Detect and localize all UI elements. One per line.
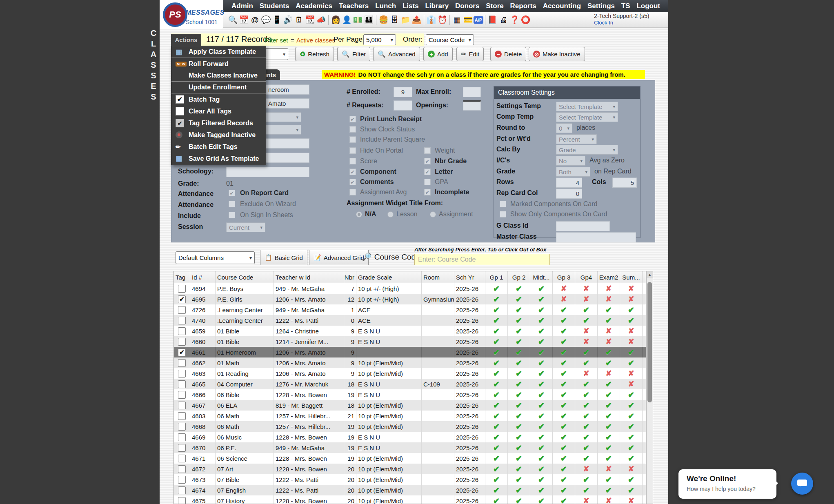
email-at-icon[interactable]: @: [249, 14, 260, 26]
column-header-exam2[interactable]: Exam2: [598, 271, 620, 283]
course-code-search-input[interactable]: Enter: Course Code: [414, 254, 550, 265]
card-icon[interactable]: 💳: [463, 14, 474, 26]
menu-item-make-classes-inactive[interactable]: Make Classes Inactive: [171, 70, 266, 82]
n-a-radio[interactable]: [356, 211, 362, 218]
menu-item-update-enrollment[interactable]: Update Enrollment: [171, 82, 266, 93]
table-icon[interactable]: ▦: [451, 14, 463, 26]
calendar-icon[interactable]: 📆: [305, 14, 316, 26]
help-icon[interactable]: ❓: [509, 14, 520, 26]
per-page-select[interactable]: 5,000▾: [363, 34, 396, 45]
table-row[interactable]: 466706 ELA819 - Mr. Baggett1810 pt (Elem…: [174, 400, 646, 411]
search-icon[interactable]: 🔍: [227, 14, 238, 26]
student-icon[interactable]: 👤: [341, 14, 352, 26]
alert-icon[interactable]: ⭕: [520, 14, 531, 26]
scrollbar-thumb[interactable]: [647, 282, 652, 402]
column-header-gp-1[interactable]: Gp 1: [485, 271, 508, 283]
requests-input[interactable]: [394, 100, 412, 111]
row-tag-checkbox[interactable]: [178, 317, 186, 324]
nav-item-admin[interactable]: Admin: [229, 2, 256, 10]
column-header-tag[interactable]: Tag: [174, 271, 190, 283]
nbr-grade-checkbox[interactable]: ✔: [424, 158, 431, 164]
row-tag-checkbox[interactable]: [178, 433, 186, 441]
menu-item-tag-filtered-records[interactable]: ✔Tag Filtered Records: [171, 117, 266, 129]
nav-item-students[interactable]: Students: [257, 2, 292, 10]
row-tag-checkbox[interactable]: [178, 338, 186, 346]
nav-item-library[interactable]: Library: [423, 2, 451, 10]
nav-item-donors[interactable]: Donors: [453, 2, 482, 10]
grid-scrollbar[interactable]: ▲: [646, 271, 653, 504]
row-tag-checkbox[interactable]: [178, 285, 186, 293]
table-row[interactable]: 466001 Bible1214 - Jennifer M...9E S N U…: [174, 336, 646, 347]
advanced-grid-button[interactable]: 📝 Advanced Grid: [309, 250, 369, 265]
advanced-button[interactable]: 🔍Advanced: [373, 47, 420, 61]
batch-tag-checkbox[interactable]: ✔: [176, 95, 184, 104]
table-row[interactable]: 465901 Bible1264 - Christine9E S N U2025…: [174, 326, 646, 336]
row-tag-checkbox[interactable]: [178, 476, 186, 484]
money-icon[interactable]: 💵: [352, 14, 363, 26]
kiosk-icon[interactable]: 🗄: [389, 14, 400, 26]
assignment-avg-checkbox[interactable]: [349, 189, 356, 195]
delete-button[interactable]: −Delete: [490, 47, 526, 61]
grade-select[interactable]: Both▾: [556, 167, 590, 177]
folder-icon[interactable]: 📁: [400, 14, 411, 26]
column-header-sch-yr[interactable]: Sch Yr: [454, 271, 485, 283]
table-row[interactable]: 466201 Math1206 - Mrs. Amato910 pt (Elem…: [174, 357, 646, 368]
row-tag-checkbox[interactable]: [178, 412, 186, 420]
include-parent-square-checkbox[interactable]: [349, 136, 356, 143]
refresh-button[interactable]: ♻Refresh: [295, 47, 334, 61]
master-class-input[interactable]: [556, 232, 636, 242]
chat-icon[interactable]: 💬: [260, 14, 271, 26]
row-tag-checkbox[interactable]: [178, 497, 186, 504]
add-button[interactable]: +Add: [423, 47, 453, 61]
pdf-icon[interactable]: 📕: [487, 14, 498, 26]
columns-select[interactable]: Default Columns▾: [176, 251, 255, 264]
table-row[interactable]: 466806 Math1257 - Mrs. Hillebr...1910 pt…: [174, 421, 646, 432]
lesson-radio[interactable]: [387, 211, 394, 218]
menu-item-roll-forward[interactable]: NEWRoll Forward: [171, 58, 266, 70]
score-checkbox[interactable]: [349, 158, 356, 164]
table-row[interactable]: 467207 Art1228 - Mrs. Bowen2010 pt (Elem…: [174, 464, 646, 474]
assignment-radio[interactable]: [430, 211, 436, 218]
register-icon[interactable]: 🖨: [498, 14, 509, 26]
print-lunch-receipt-checkbox[interactable]: ✔: [349, 116, 356, 122]
grid-calendar-icon[interactable]: 📅: [238, 14, 249, 26]
incomplete-checkbox[interactable]: ✔: [424, 189, 431, 195]
table-row[interactable]: 466606 Bible1228 - Mrs. Bowen19E S N U20…: [174, 389, 646, 400]
comp-temp-select[interactable]: Select Template▾: [556, 112, 618, 122]
table-row[interactable]: 460306 Math1257 - Mrs. Hillebr...2110 pt…: [174, 411, 646, 421]
table-row[interactable]: 466504 Computer1276 - Mr. Marchuk18E S N…: [174, 379, 646, 389]
menu-item-batch-tag[interactable]: ✔Batch Tag: [171, 93, 266, 105]
row-tag-checkbox[interactable]: [178, 391, 186, 399]
table-row[interactable]: ✔466101 Homeroom1206 - Mrs. Amato92025-2…: [174, 347, 646, 357]
menu-item-clear-all-tags[interactable]: Clear All Tags: [171, 105, 266, 117]
column-header-grade-scale[interactable]: Grade Scale: [356, 271, 422, 283]
exclude-on-wizard-checkbox[interactable]: [229, 201, 235, 207]
table-row[interactable]: 4726.Learning Center949 - Mr. McGaha1ACE…: [174, 304, 646, 315]
column-header-gp-2[interactable]: Gp 2: [508, 271, 530, 283]
table-row[interactable]: 467407 English1222 - Ms. Patti2010 pt (E…: [174, 485, 646, 495]
letter-checkbox[interactable]: ✔: [424, 169, 431, 175]
marked-components-on-card-checkbox[interactable]: [500, 201, 506, 207]
row-tag-checkbox[interactable]: [178, 327, 186, 335]
nav-item-reports[interactable]: Reports: [508, 2, 539, 10]
megaphone-icon[interactable]: 📣: [316, 14, 327, 26]
staff-icon[interactable]: 👔: [426, 14, 437, 26]
on-sign-in-sheets-checkbox[interactable]: [229, 212, 235, 218]
on-report-card-checkbox[interactable]: ✔: [229, 190, 235, 196]
max-enroll-input[interactable]: [463, 87, 481, 97]
nav-item-lunch[interactable]: Lunch: [373, 2, 398, 10]
column-header-gp4[interactable]: Gp4: [575, 271, 598, 283]
row-tag-checkbox[interactable]: [178, 444, 186, 452]
table-row[interactable]: 4694P.E. Boys949 - Mr. McGaha710 pt +/- …: [174, 283, 646, 294]
pct-or-wt-d-select[interactable]: Percent▾: [556, 134, 597, 144]
nav-item-lists[interactable]: Lists: [400, 2, 421, 10]
table-row[interactable]: 467307 Bible1222 - Ms. Patti2010 pt (Ele…: [174, 474, 646, 485]
edit-button[interactable]: ✏Edit: [456, 47, 484, 61]
family-icon[interactable]: 👪: [363, 14, 374, 26]
table-row[interactable]: 4740.Learning Center1222 - Ms. Patti0ACE…: [174, 315, 646, 326]
openings-input[interactable]: [463, 100, 481, 111]
row-tag-checkbox[interactable]: ✔: [178, 349, 186, 356]
column-header-teacher-w-id[interactable]: Teacher w Id: [274, 271, 344, 283]
actions-menu-button[interactable]: Actions: [171, 34, 201, 46]
nav-item-accounting[interactable]: Accounting: [540, 2, 584, 10]
